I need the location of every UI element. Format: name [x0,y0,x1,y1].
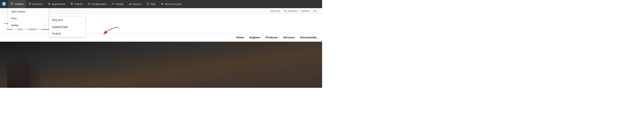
people-label: People [116,2,124,6]
admin-toolbar: Content Add content › Files Media › Blo [0,0,322,8]
svg-point-1 [4,3,4,4]
help-label: Help [150,2,156,6]
about-icon [161,2,163,6]
admin-nav-configuration[interactable]: Configuration [85,0,109,8]
configuration-label: Configuration [91,2,106,6]
svg-text:?: ? [147,3,148,5]
media-item[interactable]: Media › [8,22,48,29]
nav-documentation[interactable]: Documentat... [300,36,318,39]
admin-nav-extend[interactable]: Extend [68,0,85,8]
add-content-subdropdown: Blog post Content Page Product [49,16,86,37]
content-page-item[interactable]: Content Page [49,24,86,30]
svg-rect-15 [71,3,72,4]
reports-label: Reports [132,2,142,6]
nav-home[interactable]: Home [236,36,244,39]
svg-rect-21 [130,3,131,5]
more-link[interactable]: Pa... [314,10,318,12]
svg-rect-20 [130,4,130,5]
content-dropdown: Add content › Files Media › Blog post C [8,8,49,29]
svg-rect-3 [11,4,13,4]
admin-nav-reports[interactable]: Reports [126,0,144,8]
svg-point-16 [88,3,89,4]
structure-label: Structure [32,2,43,6]
chevron-right-icon-2: › [45,24,46,26]
chevron-right-icon: › [45,10,46,13]
people-icon [112,2,114,6]
svg-point-17 [112,3,113,4]
appearance-label: Appearance [52,2,66,6]
content-label: Content [14,2,24,6]
nav-services[interactable]: Services [283,36,294,39]
configuration-icon [88,2,90,6]
admin-nav-content[interactable]: Content Add content › Files Media › Blo [8,0,26,8]
add-content-item[interactable]: Add content › [8,8,48,15]
content-icon [11,2,13,6]
svg-rect-2 [11,3,13,3]
admin-nav-appearance[interactable]: Appearance [45,0,68,8]
files-item[interactable]: Files [8,15,48,22]
product-item[interactable]: Product [49,30,86,37]
nav-products[interactable]: Products [266,36,278,39]
svg-rect-7 [30,3,31,4]
appearance-icon [48,2,50,6]
extend-label: Extend [74,2,82,6]
about-label: About Droopler [164,2,182,6]
svg-rect-19 [129,4,130,5]
svg-point-18 [113,3,114,4]
admin-nav-help[interactable]: ? Help [144,0,158,8]
hero-image [0,42,322,88]
careers-link[interactable]: Careers [301,10,310,12]
reports-icon [129,2,131,6]
blog-post-item[interactable]: Blog post [49,16,86,24]
svg-rect-4 [11,4,12,5]
for-investors-link[interactable]: For investors [284,10,298,12]
admin-nav: Content Add content › Files Media › Blo [8,0,322,8]
admin-nav-structure[interactable]: Structure [26,0,45,8]
extend-icon [70,2,73,6]
admin-nav-about[interactable]: About Droopler [158,0,184,8]
admin-nav-people[interactable]: People [109,0,126,8]
svg-point-25 [162,3,162,4]
about-us-link[interactable]: About Us [270,10,280,12]
svg-rect-6 [29,3,30,4]
structure-icon [28,2,31,6]
drupal-logo[interactable] [0,0,8,8]
nav-engines[interactable]: Engines [250,36,260,39]
help-icon: ? [146,2,149,6]
